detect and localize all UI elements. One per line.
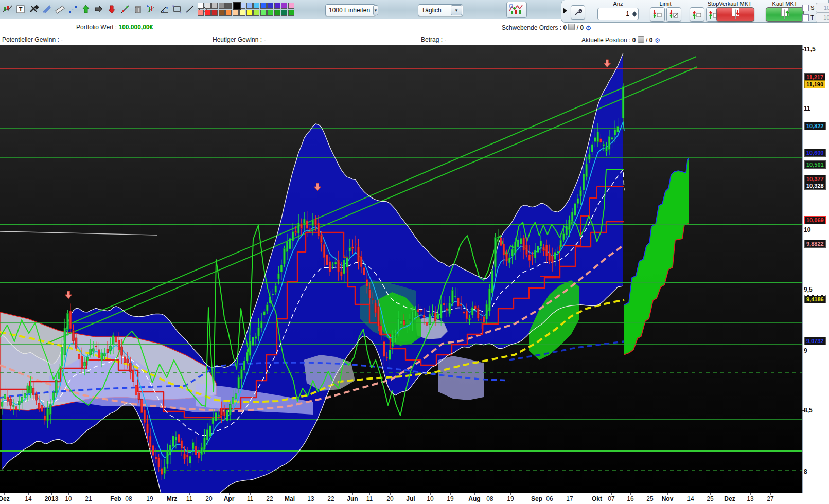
limit-buy-order-button[interactable] [666, 7, 681, 22]
portfolio-value: Portfolio Wert : 100.000,00€ [76, 24, 153, 31]
ruler-tool-button[interactable] [54, 2, 66, 16]
delete-tool-button[interactable] [132, 2, 144, 16]
candle-body [118, 340, 120, 350]
position-list-icon[interactable] [638, 36, 644, 43]
segment-tool-button[interactable] [67, 2, 79, 16]
color-swatch[interactable] [233, 10, 239, 16]
color-swatch[interactable] [281, 3, 287, 9]
candle-body [614, 130, 616, 135]
color-swatch[interactable] [219, 3, 225, 9]
stop-checkbox[interactable] [802, 5, 809, 11]
x-axis-tickmark [172, 493, 172, 495]
color-swatch[interactable] [281, 10, 287, 16]
candle-body [292, 232, 294, 241]
color-swatch[interactable] [274, 3, 280, 9]
orders-list-icon[interactable] [568, 24, 575, 30]
candle-body [84, 363, 86, 366]
price-chart[interactable] [0, 45, 802, 493]
target-checkbox[interactable] [802, 14, 809, 21]
color-swatch[interactable] [246, 10, 253, 16]
color-swatch[interactable] [225, 3, 232, 9]
candle-body [586, 164, 588, 177]
candle-body [232, 397, 234, 404]
color-swatch[interactable] [233, 2, 241, 10]
candle-body [369, 289, 371, 298]
x-axis-tickmark [352, 493, 353, 495]
color-swatch[interactable] [260, 10, 267, 16]
price-axis[interactable]: 11,511109,598,5811,21711,19010,82210,600… [802, 45, 829, 493]
position-settings-icon[interactable]: ⚙ [655, 37, 661, 44]
channel-tool-button[interactable]: ++ [184, 2, 196, 16]
color-swatch[interactable] [219, 10, 225, 16]
settings-tool-button[interactable] [28, 2, 40, 16]
color-swatch[interactable] [198, 3, 204, 9]
angle-tool-button[interactable]: α [158, 2, 170, 16]
candle-body [175, 437, 177, 441]
orders-settings-icon[interactable]: ⚙ [586, 24, 592, 32]
candle-body [7, 397, 9, 401]
arrow-down-marker-button[interactable] [105, 2, 118, 16]
candle-body [566, 226, 568, 235]
candle-body [218, 415, 220, 416]
candle-body [286, 242, 288, 252]
delete-tool-icon [133, 4, 143, 14]
color-swatch[interactable] [274, 10, 280, 16]
color-swatch[interactable] [225, 10, 232, 16]
color-swatch[interactable] [205, 10, 211, 16]
candle-body [1, 402, 3, 406]
color-swatch[interactable] [205, 3, 211, 9]
sell-market-label: Verkauf MKT [714, 1, 757, 7]
limit-sell-order-button[interactable] [650, 7, 665, 22]
chart-tool-button[interactable] [2, 2, 14, 16]
stop-sell-order-button[interactable] [690, 7, 704, 22]
indicator-tool-button[interactable] [145, 2, 157, 16]
color-swatch[interactable] [253, 3, 259, 9]
stop-value-stepper[interactable]: 10.0 [816, 3, 829, 13]
rectangle-tool-button[interactable]: ×× [171, 2, 183, 16]
target-value-stepper[interactable]: 10.0 [816, 12, 829, 23]
indicator-tool-icon [146, 4, 156, 14]
color-swatch[interactable] [198, 10, 204, 16]
candle-body [149, 436, 151, 447]
candle-body [161, 468, 163, 474]
arrow-right-marker-button[interactable] [93, 2, 105, 16]
color-swatch[interactable] [246, 3, 253, 9]
color-swatch[interactable] [239, 10, 245, 16]
buy-market-button[interactable] [766, 7, 804, 22]
color-swatch[interactable] [211, 10, 218, 16]
color-swatch[interactable] [267, 3, 273, 9]
quantity-stepper[interactable]: 1 [597, 8, 639, 20]
color-swatch[interactable] [260, 3, 267, 9]
timeframe-dropdown[interactable]: Täglich ▼ [418, 4, 463, 16]
chart-canvas[interactable] [0, 45, 802, 493]
cross-lines-tool-button[interactable] [41, 2, 53, 16]
arrow-up-marker-button[interactable] [80, 2, 92, 16]
panel-collapse-icon[interactable] [563, 8, 567, 14]
candle-body [92, 349, 94, 351]
qty-increase-icon[interactable] [632, 11, 637, 14]
panel-settings-button[interactable] [571, 5, 585, 20]
time-axis[interactable]: Dez1420131021Feb0819Mrz1120Apr1122Mai132… [0, 493, 829, 504]
color-swatch[interactable] [267, 10, 273, 16]
color-swatch[interactable] [288, 10, 294, 16]
candle-body [403, 320, 405, 325]
qty-decrease-icon[interactable] [632, 14, 637, 17]
candle-body [318, 223, 320, 236]
x-axis-tick: 08 [125, 495, 132, 502]
text-tool-button[interactable]: T [14, 2, 27, 16]
candle-body [73, 330, 75, 340]
trendline-tool-button[interactable] [119, 2, 131, 16]
candle-body [141, 399, 143, 412]
candle-body [212, 418, 214, 424]
color-swatch[interactable] [288, 3, 294, 9]
color-swatch[interactable] [253, 10, 259, 16]
color-swatch[interactable] [211, 3, 218, 9]
chart-style-button[interactable] [506, 2, 527, 18]
chevron-down-icon[interactable]: ▼ [373, 5, 378, 15]
chevron-down-icon[interactable]: ▼ [451, 5, 462, 15]
candle-body [192, 442, 194, 449]
x-axis-tick: 25 [646, 495, 653, 502]
candle-body [622, 87, 624, 118]
sell-market-button[interactable] [716, 7, 754, 22]
units-dropdown[interactable]: 1000 Einheiten ▼ [325, 4, 376, 16]
